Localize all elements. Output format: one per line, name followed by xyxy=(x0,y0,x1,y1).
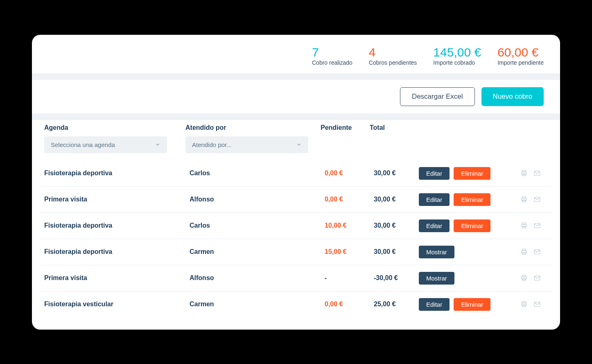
mail-icon[interactable] xyxy=(533,301,542,308)
svg-rect-11 xyxy=(534,224,540,228)
divider xyxy=(32,73,560,80)
atendido-select-placeholder: Atendido por... xyxy=(192,141,232,148)
agenda-select-placeholder: Selecciona una agenda xyxy=(51,141,115,148)
summary-label: Cobros pendientes xyxy=(369,59,417,66)
atendido-select[interactable]: Atendido por... xyxy=(185,136,308,153)
cell-actions: Mostrar xyxy=(419,246,509,258)
mail-icon[interactable] xyxy=(533,196,542,203)
mail-icon[interactable] xyxy=(533,274,542,282)
cell-agenda: Primera visita xyxy=(44,274,190,282)
cell-atendido: Carlos xyxy=(190,170,325,177)
cell-icons xyxy=(509,274,542,282)
svg-rect-22 xyxy=(522,305,526,307)
edit-button[interactable]: Editar xyxy=(419,219,450,232)
cell-agenda: Fisioterapia deportiva xyxy=(44,248,190,255)
edit-button[interactable]: Editar xyxy=(419,193,450,206)
cell-atendido: Carmen xyxy=(190,248,325,255)
payments-table: Fisioterapia deportivaCarlos0,00 €30,00 … xyxy=(32,161,560,317)
cell-agenda: Fisioterapia deportiva xyxy=(44,170,190,177)
cell-total: 25,00 € xyxy=(374,301,419,308)
edit-button[interactable]: Editar xyxy=(419,167,450,180)
agenda-filter-label: Agenda xyxy=(44,124,185,131)
delete-button[interactable]: Eliminar xyxy=(454,219,490,232)
delete-button[interactable]: Eliminar xyxy=(454,193,490,206)
cell-total: -30,00 € xyxy=(374,274,419,282)
mail-icon[interactable] xyxy=(533,170,542,177)
summary-value: 60,00 € xyxy=(497,46,544,59)
print-icon[interactable] xyxy=(520,274,529,282)
cell-actions: EditarEliminar xyxy=(419,193,509,206)
mail-icon[interactable] xyxy=(533,222,542,229)
summary-bar: 7 Cobro realizado 4 Cobros pendientes 14… xyxy=(32,35,560,73)
cell-pendiente: - xyxy=(325,274,374,282)
cell-total: 30,00 € xyxy=(374,248,419,255)
cell-actions: EditarEliminar xyxy=(419,167,509,180)
chevron-down-icon xyxy=(155,142,160,147)
show-button[interactable]: Mostrar xyxy=(419,246,454,258)
summary-label: Cobro realizado xyxy=(312,59,352,66)
table-row: Fisioterapia deportivaCarlos0,00 €30,00 … xyxy=(40,161,552,187)
cell-total: 30,00 € xyxy=(374,170,419,177)
chevron-down-icon xyxy=(296,142,302,147)
print-icon[interactable] xyxy=(520,170,529,177)
new-payment-button[interactable]: Nuevo cobro xyxy=(481,87,544,106)
payments-panel: 7 Cobro realizado 4 Cobros pendientes 14… xyxy=(32,35,560,330)
svg-rect-6 xyxy=(522,200,526,202)
cell-actions: Mostrar xyxy=(419,272,509,285)
cell-atendido: Carlos xyxy=(190,222,325,229)
svg-rect-3 xyxy=(534,171,540,176)
cell-agenda: Fisioterapia deportiva xyxy=(44,222,190,229)
cell-agenda: Fisioterapia vesticular xyxy=(44,301,190,308)
svg-rect-18 xyxy=(522,279,526,281)
mail-icon[interactable] xyxy=(533,248,542,255)
svg-rect-23 xyxy=(534,302,540,307)
svg-rect-15 xyxy=(534,250,540,254)
summary-value: 145,00 € xyxy=(433,46,481,59)
print-icon[interactable] xyxy=(520,196,529,203)
table-row: Primera visitaAlfonso0,00 €30,00 €Editar… xyxy=(40,187,552,213)
table-row: Fisioterapia vesticularCarmen0,00 €25,00… xyxy=(40,292,552,317)
print-icon[interactable] xyxy=(520,301,529,308)
svg-rect-7 xyxy=(534,197,540,202)
cell-icons xyxy=(509,222,542,229)
cell-pendiente: 10,00 € xyxy=(325,222,374,229)
summary-value: 4 xyxy=(369,46,417,59)
cell-icons xyxy=(509,248,542,255)
cell-icons xyxy=(509,301,542,308)
print-icon[interactable] xyxy=(520,248,529,255)
summary-label: Importe pendiente xyxy=(497,59,544,66)
svg-rect-14 xyxy=(522,253,526,255)
atendido-filter-label: Atendido por xyxy=(185,124,321,131)
cell-actions: EditarEliminar xyxy=(419,298,509,311)
svg-rect-2 xyxy=(522,174,526,176)
header-pendiente: Pendiente xyxy=(321,124,370,131)
cell-pendiente: 0,00 € xyxy=(325,301,374,308)
cell-pendiente: 15,00 € xyxy=(325,248,374,255)
show-button[interactable]: Mostrar xyxy=(419,272,454,285)
cell-icons xyxy=(509,170,542,177)
svg-rect-19 xyxy=(534,276,540,280)
print-icon[interactable] xyxy=(520,222,529,229)
summary-cobro-realizado: 7 Cobro realizado xyxy=(312,46,352,66)
delete-button[interactable]: Eliminar xyxy=(454,298,490,311)
cell-atendido: Alfonso xyxy=(190,196,325,203)
cell-total: 30,00 € xyxy=(374,196,419,203)
summary-importe-cobrado: 145,00 € Importe cobrado xyxy=(433,46,481,66)
table-row: Fisioterapia deportivaCarmen15,00 €30,00… xyxy=(40,239,552,265)
svg-rect-10 xyxy=(522,226,526,228)
delete-button[interactable]: Eliminar xyxy=(454,167,490,180)
table-row: Fisioterapia deportivaCarlos10,00 €30,00… xyxy=(40,213,552,239)
edit-button[interactable]: Editar xyxy=(419,298,450,311)
filters-row: Agenda Selecciona una agenda Atendido po… xyxy=(32,120,560,161)
cell-agenda: Primera visita xyxy=(44,196,190,203)
download-excel-button[interactable]: Descargar Excel xyxy=(400,87,475,106)
cell-actions: EditarEliminar xyxy=(419,219,509,232)
divider xyxy=(32,113,560,120)
cell-pendiente: 0,00 € xyxy=(325,196,374,203)
summary-value: 7 xyxy=(312,46,352,59)
table-row: Primera visitaAlfonso--30,00 €Mostrar xyxy=(40,265,552,292)
summary-label: Importe cobrado xyxy=(433,59,481,66)
actions-bar: Descargar Excel Nuevo cobro xyxy=(32,80,560,113)
cell-atendido: Alfonso xyxy=(190,274,325,282)
agenda-select[interactable]: Selecciona una agenda xyxy=(44,136,167,153)
